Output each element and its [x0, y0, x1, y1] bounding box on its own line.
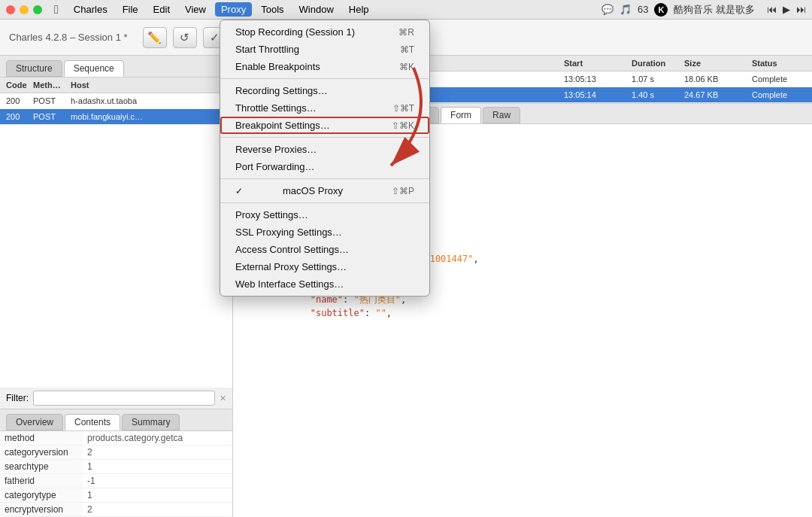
tab-structure[interactable]: Structure — [6, 60, 62, 77]
left-table-body: 200 POST h-adashx.ut.taoba 200 POST mobi… — [0, 93, 232, 388]
close-button[interactable] — [6, 5, 15, 14]
row-status: Complete — [749, 89, 809, 101]
row-duration: 1.40 s — [629, 89, 681, 101]
tab-overview[interactable]: Overview — [6, 414, 63, 430]
table-row[interactable]: 200 POST h-adashx.ut.taoba — [0, 93, 232, 109]
col-code: Code — [3, 79, 30, 91]
kv-row: categorytype 1 — [0, 488, 232, 503]
kv-row: encryptversion 2 — [0, 503, 232, 517]
menu-separator — [220, 137, 429, 138]
refresh-button[interactable]: ↺ — [173, 27, 197, 48]
maximize-button[interactable] — [33, 5, 42, 14]
left-tabs: Structure Sequence — [0, 56, 232, 78]
menubar-charles[interactable]: Charles — [68, 2, 114, 17]
filter-row: Filter: ✕ — [0, 388, 232, 409]
left-table-header: Code Meth… Host — [0, 78, 232, 93]
menu-separator — [220, 202, 429, 203]
menu-proxy-settings[interactable]: Proxy Settings… — [220, 206, 429, 224]
kv-row: fatherid -1 — [0, 474, 232, 488]
menu-macos-proxy[interactable]: ✓ macOS Proxy ⇧⌘P — [220, 182, 429, 199]
play-icon[interactable]: ▶ — [783, 4, 790, 15]
menubar-edit[interactable]: Edit — [147, 2, 176, 17]
k-icon: K — [654, 3, 668, 17]
row-method: POST — [30, 111, 68, 123]
app-title: Charles 4.2.8 – Session 1 * — [9, 32, 128, 43]
menu-throttle-settings[interactable]: Throttle Settings… ⇧⌘T — [220, 99, 429, 117]
menu-item-label: Access Control Settings… — [235, 244, 349, 255]
menu-separator — [220, 178, 429, 179]
left-panel: Structure Sequence Code Meth… Host 200 P… — [0, 56, 233, 517]
kugou-label: 酷狗音乐 就是歌多 — [674, 3, 755, 17]
menubar-view[interactable]: View — [179, 2, 212, 17]
menu-reverse-proxies[interactable]: Reverse Proxies… — [220, 141, 429, 158]
table-row[interactable]: 200 POST mobi.fangkuaiyi.c… — [0, 109, 232, 125]
menu-web-interface-settings[interactable]: Web Interface Settings… — [220, 275, 429, 293]
row-code: 200 — [3, 95, 30, 107]
menubar:  Charles File Edit View Proxy Tools Win… — [0, 0, 812, 20]
col-method: Meth… — [30, 79, 68, 91]
shortcut-enable-breakpoints: ⌘K — [399, 62, 414, 72]
tab-raw[interactable]: Raw — [483, 107, 520, 123]
menu-item-label: SSL Proxying Settings… — [235, 227, 342, 238]
row-start: 13:05:13 — [561, 73, 629, 85]
filter-input[interactable] — [33, 391, 215, 406]
row-size: 24.67 KB — [681, 89, 749, 101]
menu-recording-settings[interactable]: Recording Settings… — [220, 82, 429, 99]
row-size: 18.06 KB — [681, 73, 749, 85]
apple-menu-icon[interactable]:  — [54, 3, 59, 17]
col-duration: Duration — [629, 57, 681, 69]
menu-item-label: Throttle Settings… — [235, 102, 317, 114]
col-host: Host — [68, 79, 229, 91]
menu-access-control-settings[interactable]: Access Control Settings… — [220, 241, 429, 258]
kv-row: method products.category.getca — [0, 431, 232, 446]
filter-label: Filter: — [6, 393, 29, 403]
next-icon[interactable]: ⏭ — [796, 4, 806, 15]
music-icon: 🎵 — [620, 4, 632, 15]
tab-sequence[interactable]: Sequence — [64, 60, 124, 77]
pencil-button[interactable]: ✏️ — [143, 27, 167, 48]
menu-item-label: Web Interface Settings… — [235, 278, 344, 290]
menubar-proxy[interactable]: Proxy — [215, 2, 252, 17]
bottom-tabs-row: Overview Contents Summary — [0, 409, 232, 431]
tab-summary[interactable]: Summary — [122, 414, 180, 430]
kv-table: method products.category.getca categoryv… — [0, 431, 232, 517]
shortcut-start-throttling: ⌘T — [400, 44, 414, 55]
row-status: Complete — [749, 73, 809, 85]
menu-external-proxy-settings[interactable]: External Proxy Settings… — [220, 258, 429, 275]
menu-item-label: Reverse Proxies… — [235, 144, 317, 155]
menu-item-label: Start Throttling — [235, 44, 299, 55]
row-duration: 1.07 s — [629, 73, 681, 85]
menu-item-label: Recording Settings… — [235, 85, 328, 96]
wechat-icon: 💬 — [601, 4, 614, 15]
shortcut-breakpoint-settings: ⇧⌘K — [392, 120, 414, 131]
menubar-help[interactable]: Help — [343, 2, 375, 17]
kv-row: searchtype 1 — [0, 460, 232, 474]
menu-start-throttling[interactable]: Start Throttling ⌘T — [220, 41, 429, 58]
kv-row: categoryversion 2 — [0, 446, 232, 460]
menu-breakpoint-settings[interactable]: Breakpoint Settings… ⇧⌘K — [220, 117, 429, 134]
menu-item-label: External Proxy Settings… — [235, 261, 347, 272]
tab-form[interactable]: Form — [441, 107, 481, 123]
checkmark-icon: ✓ — [235, 186, 243, 196]
menu-item-label: Stop Recording (Session 1) — [235, 26, 355, 38]
shortcut-throttle-settings: ⇧⌘T — [392, 103, 414, 114]
row-host: mobi.fangkuaiyi.c… — [68, 111, 229, 123]
tab-contents[interactable]: Contents — [65, 414, 120, 430]
menu-item-label: Proxy Settings… — [235, 209, 308, 220]
minimize-button[interactable] — [20, 5, 29, 14]
menubar-tools[interactable]: Tools — [255, 2, 289, 17]
menubar-window[interactable]: Window — [293, 2, 340, 17]
menu-ssl-proxying-settings[interactable]: SSL Proxying Settings… — [220, 224, 429, 241]
shortcut-macos-proxy: ⇧⌘P — [392, 186, 414, 196]
menubar-right: 💬 🎵 63 K 酷狗音乐 就是歌多 ⏮ ▶ ⏭ — [601, 3, 806, 17]
row-method: POST — [30, 95, 68, 107]
notification-count: 63 — [638, 4, 648, 15]
menu-item-label: Breakpoint Settings… — [235, 120, 330, 131]
prev-icon[interactable]: ⏮ — [767, 4, 777, 15]
menu-enable-breakpoints[interactable]: Enable Breakpoints ⌘K — [220, 58, 429, 75]
menu-port-forwarding[interactable]: Port Forwarding… — [220, 158, 429, 175]
filter-clear-icon[interactable]: ✕ — [220, 394, 226, 403]
menubar-file[interactable]: File — [117, 2, 144, 17]
proxy-dropdown-menu: Stop Recording (Session 1) ⌘R Start Thro… — [220, 20, 430, 297]
menu-stop-recording[interactable]: Stop Recording (Session 1) ⌘R — [220, 23, 429, 41]
